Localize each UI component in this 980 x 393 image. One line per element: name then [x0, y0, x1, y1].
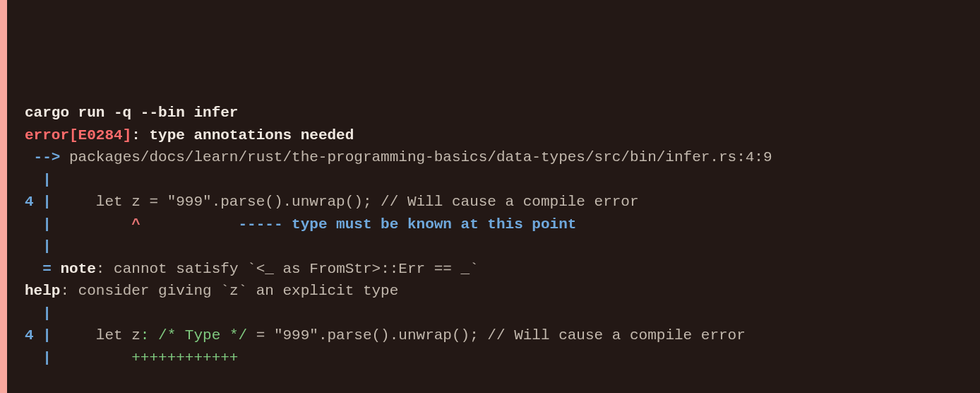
command-line: cargo run -q --bin infer	[25, 105, 238, 121]
secondary-span-dashes: -----	[238, 216, 282, 233]
terminal-output: cargo run -q --bin infer error[E0284]: t…	[7, 89, 980, 393]
error-code: [E0284]	[69, 127, 131, 143]
gutter-pipe: |	[42, 350, 52, 366]
help-text: consider giving `z` an explicit type	[78, 283, 399, 299]
gutter-pipe: |	[42, 327, 52, 344]
suggestion-code-pre: let z	[96, 327, 141, 344]
gutter-pipe: |	[42, 238, 52, 254]
help-colon: :	[60, 283, 78, 299]
plus-indent	[52, 350, 131, 366]
gutter-pipe: |	[42, 216, 52, 233]
gutter-spacing	[25, 238, 42, 254]
gutter-spacing	[25, 216, 42, 233]
gutter-pipe: |	[42, 194, 52, 210]
suggestion-code-post: = "999".parse().unwrap(); // Will cause …	[247, 327, 746, 344]
suggestion-plus-markers: ++++++++++++	[131, 350, 238, 366]
code-indent	[52, 327, 96, 344]
caret-indent	[52, 216, 131, 233]
error-message: type annotations needed	[149, 127, 354, 143]
error-label: error	[25, 127, 69, 143]
file-path: packages/docs/learn/rust/the-programming…	[69, 149, 772, 165]
location-arrow: -->	[25, 149, 69, 165]
gutter-spacing	[25, 172, 42, 188]
help-label: help	[25, 283, 60, 299]
gutter-pipe: |	[42, 172, 52, 188]
error-colon: :	[131, 127, 149, 143]
gutter-pipe: |	[42, 305, 52, 322]
error-caret: ^	[131, 216, 141, 233]
line-number: 4	[25, 327, 34, 344]
inline-note-text: type must be known at this point	[283, 216, 577, 233]
gutter-spacing	[25, 305, 42, 322]
source-code-line-1: let z = "999".parse().unwrap(); // Will …	[96, 194, 639, 210]
gutter-spacing	[25, 350, 42, 366]
note-text: cannot satisfy `<_ as FromStr>::Err == _…	[114, 261, 479, 277]
line-number: 4	[25, 194, 34, 210]
code-indent	[52, 194, 96, 210]
suggestion-insertion: : /* Type */	[141, 327, 247, 344]
dash-indent	[141, 216, 239, 233]
eq-indent	[25, 261, 42, 277]
note-colon: :	[96, 261, 114, 277]
note-label: note	[60, 261, 95, 277]
note-equals: =	[42, 261, 60, 277]
